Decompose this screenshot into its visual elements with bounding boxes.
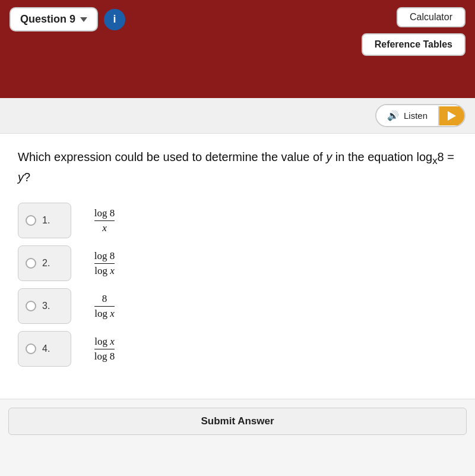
numerator-1: log 8	[94, 207, 115, 221]
radio-3	[26, 301, 36, 311]
denominator-3: log x	[94, 307, 115, 320]
choice-number-1: 1.	[42, 215, 50, 226]
info-button[interactable]: i	[104, 9, 125, 30]
denominator-1: x	[102, 221, 107, 234]
info-icon: i	[113, 13, 116, 26]
radio-1	[26, 215, 36, 226]
fraction-2: log 8 log x	[94, 250, 115, 277]
reference-tables-label: Reference Tables	[375, 39, 452, 49]
choice-number-3: 3.	[42, 301, 50, 311]
question-label: Question 9	[20, 13, 75, 26]
question-area: Which expression could be used to determ…	[0, 134, 475, 399]
header-right: Calculator Reference Tables	[362, 7, 466, 56]
choice-button-1[interactable]: 1.	[18, 203, 71, 238]
fraction-1: log 8 x	[94, 207, 115, 234]
numerator-2: log 8	[94, 250, 115, 264]
listen-label: Listen	[404, 111, 428, 121]
choice-formula-4: log x log 8	[81, 336, 128, 362]
choices-list: 1. log 8 x 2. log 8 log x	[18, 203, 457, 367]
choice-number-4: 4.	[42, 343, 50, 354]
play-icon	[448, 111, 456, 121]
fraction-3: 8 log x	[94, 293, 115, 320]
radio-4	[26, 343, 36, 354]
denominator-2: log x	[94, 264, 115, 277]
numerator-4: log x	[94, 336, 115, 349]
header-left: Question 9 i	[10, 7, 125, 31]
submit-label: Submit Answer	[201, 415, 274, 427]
listen-bar: 🔊 Listen	[0, 98, 475, 134]
listen-control: 🔊 Listen	[375, 104, 466, 127]
choice-row-3: 3. 8 log x	[18, 288, 457, 324]
speaker-icon: 🔊	[387, 110, 399, 121]
chevron-down-icon	[80, 17, 87, 22]
choice-row-4: 4. log x log 8	[18, 331, 457, 367]
question-button[interactable]: Question 9	[10, 7, 98, 31]
choice-button-3[interactable]: 3.	[18, 288, 71, 324]
header-bar: Question 9 i Calculator Reference Tables	[0, 0, 475, 98]
choice-button-4[interactable]: 4.	[18, 331, 71, 367]
choice-formula-3: 8 log x	[81, 293, 128, 320]
choice-row-2: 2. log 8 log x	[18, 245, 457, 281]
submit-button[interactable]: Submit Answer	[8, 408, 467, 435]
submit-area: Submit Answer	[0, 399, 475, 443]
calculator-button[interactable]: Calculator	[397, 7, 466, 27]
choice-row-1: 1. log 8 x	[18, 203, 457, 238]
choice-button-2[interactable]: 2.	[18, 245, 71, 281]
choice-number-2: 2.	[42, 258, 50, 269]
calculator-label: Calculator	[410, 12, 452, 22]
radio-2	[26, 258, 36, 269]
question-text: Which expression could be used to determ…	[18, 148, 457, 186]
reference-tables-button[interactable]: Reference Tables	[362, 33, 466, 56]
denominator-4: log 8	[94, 349, 115, 362]
play-button[interactable]	[438, 106, 464, 125]
fraction-4: log x log 8	[94, 336, 115, 362]
listen-button[interactable]: 🔊 Listen	[376, 105, 438, 126]
choice-formula-2: log 8 log x	[81, 250, 128, 277]
numerator-3: 8	[94, 293, 115, 307]
choice-formula-1: log 8 x	[81, 207, 128, 234]
